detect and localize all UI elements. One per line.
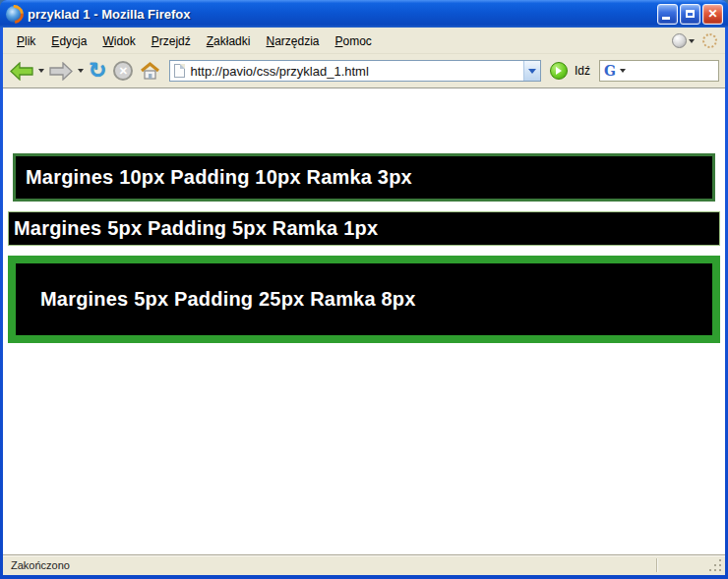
statusbar-divider [656, 558, 658, 572]
browser-window: przyklad 1 - Mozilla Firefox ✕ Plik Edyc… [0, 0, 728, 579]
back-arrow-icon [10, 62, 33, 81]
back-history-chevron-icon[interactable] [38, 69, 44, 73]
window-controls: ✕ [657, 4, 723, 25]
window-title: przyklad 1 - Mozilla Firefox [28, 7, 652, 22]
window-body: Plik Edycja Widok Przejdź Zakładki Narzę… [3, 28, 725, 575]
google-logo-icon: G [604, 64, 616, 78]
go-button-label[interactable]: Idź [575, 64, 590, 78]
profile-globe-button[interactable] [672, 33, 695, 48]
chevron-down-icon [689, 39, 695, 43]
window-bottom-border [0, 575, 728, 579]
status-text: Zakończono [11, 559, 70, 571]
search-bar: G [599, 60, 719, 82]
home-icon [140, 62, 160, 81]
close-button[interactable]: ✕ [702, 4, 723, 25]
forward-arrow-icon [49, 62, 73, 81]
menu-item-widok[interactable]: Widok [94, 31, 143, 51]
reload-icon: ↻ [89, 60, 106, 82]
home-button[interactable] [138, 57, 162, 85]
resize-grip-icon[interactable] [719, 569, 721, 571]
css-demo-box-1: Margines 10px Padding 10px Ramka 3px [13, 153, 715, 202]
menu-item-edycja[interactable]: Edycja [43, 31, 94, 51]
menu-item-pomoc[interactable]: Pomoc [328, 31, 380, 51]
stop-icon: ✕ [113, 61, 133, 81]
go-button[interactable] [550, 62, 568, 80]
page-viewport: Margines 10px Padding 10px Ramka 3px Mar… [3, 87, 725, 554]
url-dropdown-button[interactable] [523, 61, 540, 81]
menu-item-plik[interactable]: Plik [9, 31, 43, 51]
menu-item-zakladki[interactable]: Zakładki [199, 31, 259, 51]
minimize-icon [662, 17, 670, 20]
minimize-button[interactable] [657, 4, 678, 25]
menu-item-narzedzia[interactable]: Narzędzia [258, 31, 327, 51]
throbber-icon [702, 33, 717, 48]
back-button[interactable] [8, 57, 35, 85]
forward-button[interactable] [47, 57, 75, 85]
search-engine-chevron-icon[interactable] [620, 69, 626, 73]
maximize-button[interactable] [680, 4, 700, 25]
search-input[interactable] [628, 61, 728, 81]
page-icon [174, 64, 185, 78]
globe-icon [672, 33, 687, 48]
css-demo-box-3: Margines 5px Padding 25px Ramka 8px [8, 256, 720, 343]
url-bar [169, 60, 541, 82]
maximize-icon [686, 10, 695, 18]
forward-history-chevron-icon[interactable] [78, 69, 84, 73]
menu-item-przejdz[interactable]: Przejdź [144, 31, 199, 51]
menubar: Plik Edycja Widok Przejdź Zakładki Narzę… [3, 28, 725, 54]
close-icon: ✕ [707, 8, 717, 20]
stop-button[interactable]: ✕ [111, 57, 135, 85]
url-input[interactable] [190, 61, 518, 81]
navigation-toolbar: ↻ ✕ Idź [3, 54, 725, 87]
chevron-down-icon [528, 69, 536, 74]
status-bar: Zakończono [3, 554, 725, 575]
reload-button[interactable]: ↻ [87, 57, 108, 85]
titlebar: przyklad 1 - Mozilla Firefox ✕ [0, 0, 728, 28]
firefox-logo-icon [6, 6, 23, 23]
css-demo-box-2: Margines 5px Padding 5px Ramka 1px [8, 211, 720, 246]
go-play-icon [556, 67, 562, 75]
